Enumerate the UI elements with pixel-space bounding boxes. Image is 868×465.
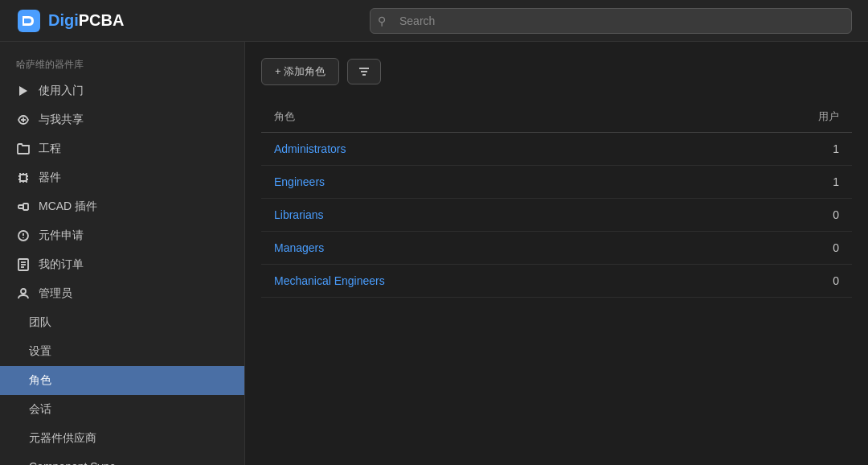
- sidebar-item-orders[interactable]: 我的订单: [0, 250, 244, 279]
- sidebar-item-roles[interactable]: 角色: [0, 366, 244, 395]
- sidebar-section-label: 哈萨维的器件库: [0, 50, 244, 76]
- share-icon: [16, 113, 31, 127]
- sidebar-item-admin[interactable]: 管理员: [0, 279, 244, 308]
- order-icon: [16, 257, 31, 272]
- sidebar-item-team[interactable]: 团队: [0, 308, 244, 337]
- role-user-count: 0: [702, 265, 852, 298]
- sidebar-item-settings[interactable]: 设置: [0, 337, 244, 366]
- sidebar-item-part-request[interactable]: 元件申请: [0, 221, 244, 250]
- role-name: Librarians: [261, 199, 702, 232]
- sidebar-item-getting-started[interactable]: 使用入门: [0, 76, 244, 105]
- role-name: Managers: [261, 232, 702, 265]
- table-header: 角色 用户: [261, 101, 852, 133]
- folder-icon: [16, 142, 31, 156]
- play-icon: [16, 84, 31, 98]
- svg-rect-16: [23, 204, 28, 210]
- sidebar-item-components[interactable]: 器件: [0, 163, 244, 192]
- search-input[interactable]: [370, 8, 852, 34]
- search-bar: ⚲: [370, 8, 852, 34]
- topbar: DigiPCBA ⚲: [0, 0, 868, 42]
- roles-table: 角色 用户 Administrators 1 Engineers 1 Libra…: [261, 101, 852, 298]
- svg-rect-4: [20, 175, 27, 181]
- sidebar-item-sessions[interactable]: 会话: [0, 395, 244, 424]
- table-row[interactable]: Librarians 0: [261, 199, 852, 232]
- plugin-icon: [16, 200, 31, 214]
- sidebar-item-mcad[interactable]: MCAD 插件: [0, 192, 244, 221]
- sidebar-item-component-suppliers[interactable]: 元器件供应商: [0, 424, 244, 453]
- role-name: Engineers: [261, 166, 702, 199]
- svg-point-25: [21, 289, 26, 294]
- content-toolbar: + 添加角色: [261, 58, 852, 85]
- search-icon: ⚲: [378, 14, 386, 27]
- role-name: Administrators: [261, 133, 702, 166]
- logo: DigiPCBA: [16, 8, 124, 34]
- svg-marker-1: [19, 86, 27, 96]
- table-row[interactable]: Engineers 1: [261, 166, 852, 199]
- role-user-count: 0: [702, 199, 852, 232]
- logo-text: DigiPCBA: [48, 11, 124, 30]
- col-header-users: 用户: [702, 101, 852, 133]
- sidebar-item-component-sync[interactable]: Component Sync: [0, 453, 244, 465]
- filter-icon: [358, 65, 371, 78]
- component-icon: [16, 171, 31, 185]
- admin-icon: [16, 286, 31, 301]
- request-icon: [16, 228, 31, 243]
- sidebar-item-projects[interactable]: 工程: [0, 134, 244, 163]
- table-row[interactable]: Managers 0: [261, 232, 852, 265]
- svg-point-20: [23, 237, 24, 239]
- sidebar-item-shared[interactable]: 与我共享: [0, 105, 244, 134]
- table-body: Administrators 1 Engineers 1 Librarians …: [261, 133, 852, 298]
- role-user-count: 1: [702, 166, 852, 199]
- logo-icon: [16, 8, 42, 34]
- content-area: + 添加角色 角色 用户 Administrators 1 Engin: [245, 42, 868, 465]
- role-user-count: 0: [702, 232, 852, 265]
- add-role-button[interactable]: + 添加角色: [261, 58, 339, 85]
- col-header-role: 角色: [261, 101, 702, 133]
- filter-button[interactable]: [347, 59, 381, 84]
- table-row[interactable]: Administrators 1: [261, 133, 852, 166]
- role-name: Mechanical Engineers: [261, 265, 702, 298]
- role-user-count: 1: [702, 133, 852, 166]
- sidebar: 哈萨维的器件库 使用入门 与我共享 工程 器件: [0, 42, 245, 465]
- table-row[interactable]: Mechanical Engineers 0: [261, 265, 852, 298]
- main-layout: 哈萨维的器件库 使用入门 与我共享 工程 器件: [0, 42, 868, 465]
